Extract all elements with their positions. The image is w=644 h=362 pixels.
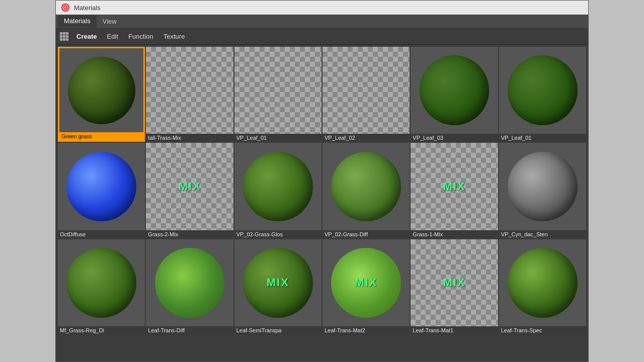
mat-preview — [499, 239, 586, 326]
mat-preview: MIX — [234, 239, 321, 326]
title-bar: Materials — [56, 1, 588, 15]
material-cell[interactable]: VP_Leaf_03 — [411, 47, 498, 142]
mat-preview — [323, 47, 410, 134]
material-cell[interactable]: MIX Grass-1-Mix — [411, 143, 498, 238]
toolbar-edit[interactable]: Edit — [103, 32, 122, 41]
material-cell[interactable]: MIX Leaf-Trans-Mat2 — [323, 239, 410, 334]
material-label: Green grass — [59, 132, 143, 140]
toolbar-texture[interactable]: Texture — [159, 32, 189, 41]
material-label: Leaf-Trans-Spec — [499, 326, 586, 334]
mix-label: MIX — [443, 276, 465, 289]
material-cell[interactable]: Green grass — [58, 47, 145, 142]
sphere — [243, 152, 313, 222]
mat-preview — [499, 47, 586, 134]
toolbar-function[interactable]: Function — [124, 32, 157, 41]
grid-icon — [60, 32, 68, 41]
mat-preview — [59, 48, 143, 132]
toolbar: Create Edit Function Texture — [56, 29, 588, 45]
material-cell[interactable]: VP_Leaf_02 — [323, 47, 410, 142]
materials-grid: Green grasstall-Trass-MixVP_Leaf_01VP_Le… — [56, 45, 588, 336]
material-label: VP_Leaf_02 — [323, 134, 410, 142]
sphere — [508, 55, 578, 125]
material-label: VP_Leaf_01 — [234, 134, 321, 142]
mat-preview — [146, 239, 233, 326]
material-cell[interactable]: Mf_Grass-Reg_Di — [58, 239, 145, 334]
material-cell[interactable]: OctDiffuse — [58, 143, 145, 238]
material-cell[interactable]: VP_Leaf_01 — [234, 47, 321, 142]
menu-bar: Materials View — [56, 15, 588, 29]
material-cell[interactable]: tall-Trass-Mix — [146, 47, 233, 142]
cinema4d-icon — [61, 3, 70, 12]
sphere — [66, 248, 136, 318]
sphere — [508, 152, 578, 222]
mat-preview: MIX — [323, 239, 410, 326]
sphere — [68, 57, 135, 124]
mat-preview: MIX — [146, 143, 233, 230]
material-label: OctDiffuse — [58, 230, 145, 238]
materials-window: Materials Materials View Create Edit Fun… — [55, 0, 589, 362]
material-cell[interactable]: Leaf-Trans-Diff — [146, 239, 233, 334]
material-label: VP_02-Grass-Diff — [323, 230, 410, 238]
material-label: Leaf-Trans-Diff — [146, 326, 233, 334]
material-cell[interactable]: VP_Cyn_dac_Sten — [499, 143, 586, 238]
material-cell[interactable]: VP_02-Grass-Diff — [323, 143, 410, 238]
svg-point-2 — [64, 7, 66, 9]
sphere — [331, 152, 401, 222]
material-label: Grass-2-Mix — [146, 230, 233, 238]
sphere — [508, 248, 578, 318]
material-label: VP_Cyn_dac_Sten — [499, 230, 586, 238]
mat-preview: MIX — [411, 239, 498, 326]
material-cell[interactable]: VP_02-Grass-Glos — [234, 143, 321, 238]
mix-label: MIX — [355, 276, 377, 289]
material-label: VP_Leaf_03 — [411, 134, 498, 142]
material-label: Leaf-Trans-Mat1 — [411, 326, 498, 334]
mat-preview — [411, 47, 498, 134]
material-label: VP_02-Grass-Glos — [234, 230, 321, 238]
mat-preview — [146, 47, 233, 134]
material-label: tall-Trass-Mix — [146, 134, 233, 142]
mix-label: MIX — [178, 180, 201, 193]
sphere — [155, 248, 225, 318]
toolbar-create[interactable]: Create — [72, 32, 101, 41]
material-cell[interactable]: Leaf-Trans-Spec — [499, 239, 586, 334]
menu-tab-view[interactable]: View — [97, 16, 123, 27]
material-cell[interactable]: MIX Leaf-SemiTranspa — [234, 239, 321, 334]
material-cell[interactable]: MIX Leaf-Trans-Mat1 — [411, 239, 498, 334]
sphere — [420, 55, 490, 125]
material-label: VP_Leaf_01 — [499, 134, 586, 142]
mat-preview: MIX — [411, 143, 498, 230]
mat-preview — [323, 143, 410, 230]
mat-preview — [58, 239, 145, 326]
mat-preview — [234, 47, 321, 134]
material-label: Leaf-SemiTranspa — [234, 326, 321, 334]
mat-preview — [58, 143, 145, 230]
material-cell[interactable]: MIX Grass-2-Mix — [146, 143, 233, 238]
mix-label: MIX — [443, 180, 465, 193]
material-label: Mf_Grass-Reg_Di — [58, 326, 145, 334]
material-label: Leaf-Trans-Mat2 — [323, 326, 410, 334]
material-cell[interactable]: VP_Leaf_01 — [499, 47, 586, 142]
mix-label: MIX — [267, 276, 289, 289]
mat-preview — [499, 143, 586, 230]
mat-preview — [234, 143, 321, 230]
menu-tab-materials[interactable]: Materials — [58, 15, 97, 28]
material-label: Grass-1-Mix — [411, 230, 498, 238]
sphere — [66, 152, 136, 222]
window-title: Materials — [74, 4, 101, 12]
